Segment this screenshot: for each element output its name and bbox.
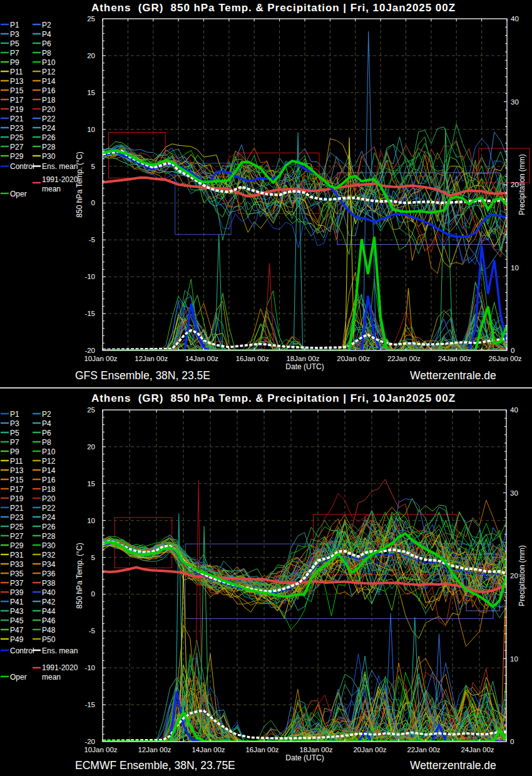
svg-text:P19: P19 [10,105,24,114]
svg-text:P23: P23 [10,513,24,522]
svg-text:P27: P27 [10,143,24,151]
svg-text:Precipitation (mm): Precipitation (mm) [518,154,526,215]
svg-text:P20: P20 [42,494,56,503]
svg-text:P5: P5 [10,39,19,48]
svg-text:40: 40 [511,15,519,23]
svg-text:16Jan 00z: 16Jan 00z [236,355,269,362]
svg-text:40: 40 [510,406,518,414]
svg-text:24Jan 00z: 24Jan 00z [438,355,471,362]
svg-text:P13: P13 [10,77,24,86]
svg-text:12Jan 00z: 12Jan 00z [135,355,168,362]
svg-text:Control: Control [10,646,34,655]
svg-text:16Jan 00z: 16Jan 00z [245,746,279,753]
svg-text:mean: mean [42,673,61,682]
svg-text:P13: P13 [10,466,24,475]
svg-text:P8: P8 [42,49,51,58]
svg-text:P39: P39 [10,588,24,597]
svg-text:850 hPa Temp. (°C): 850 hPa Temp. (°C) [75,543,84,608]
svg-text:P20: P20 [42,105,56,114]
svg-text:12Jan 00z: 12Jan 00z [138,746,171,753]
svg-text:P45: P45 [10,616,24,625]
svg-text:5: 5 [91,163,95,170]
svg-text:P3: P3 [10,30,19,39]
svg-text:P24: P24 [42,513,56,522]
svg-text:P15: P15 [10,476,24,484]
svg-text:30: 30 [511,98,519,106]
svg-text:1991-2020: 1991-2020 [42,175,78,184]
svg-text:P1: P1 [10,410,19,419]
svg-text:P34: P34 [42,560,56,569]
svg-text:Wetterzentrale.de: Wetterzentrale.de [410,369,496,382]
svg-text:P46: P46 [42,616,56,625]
svg-text:P10: P10 [42,447,56,456]
svg-text:P26: P26 [42,133,56,142]
svg-text:P29: P29 [10,541,24,550]
svg-text:P29: P29 [10,152,24,161]
svg-text:P18: P18 [42,485,56,494]
svg-text:P23: P23 [10,124,24,133]
svg-text:10Jan 00z: 10Jan 00z [84,355,117,362]
svg-text:GFS Ensemble, 38N, 23.5E: GFS Ensemble, 38N, 23.5E [75,369,210,382]
svg-text:20: 20 [87,443,95,451]
svg-text:P9: P9 [10,447,19,456]
svg-text:P11: P11 [10,68,23,76]
svg-text:5: 5 [91,554,95,561]
svg-text:20: 20 [510,572,518,579]
svg-text:P14: P14 [42,466,56,475]
svg-text:P37: P37 [10,579,24,588]
svg-text:P7: P7 [10,49,19,58]
svg-text:P12: P12 [42,68,56,76]
svg-text:P1: P1 [10,21,19,29]
svg-text:24Jan 00z: 24Jan 00z [461,746,494,753]
svg-text:P50: P50 [42,635,56,644]
svg-text:P4: P4 [42,419,51,428]
svg-text:P40: P40 [42,588,56,597]
svg-text:P27: P27 [10,532,24,541]
svg-text:P11: P11 [10,457,23,466]
svg-text:0: 0 [91,199,95,207]
svg-text:P38: P38 [42,579,56,588]
svg-text:P26: P26 [42,523,56,531]
svg-text:P22: P22 [42,504,56,513]
svg-text:P35: P35 [10,569,24,578]
svg-text:P48: P48 [42,626,56,635]
svg-text:P30: P30 [42,152,56,161]
svg-text:Athens (GR) 850 hPa Temp. &: Athens (GR) 850 hPa Temp. & Precipitatio… [91,392,456,404]
svg-text:Wetterzentrale.de: Wetterzentrale.de [410,759,496,772]
svg-text:Date (UTC): Date (UTC) [285,753,324,762]
svg-text:15: 15 [87,89,95,96]
svg-text:Athens (GR) 850 hPa Temp. &: Athens (GR) 850 hPa Temp. & Precipitatio… [91,2,456,14]
svg-text:Ens. mean: Ens. mean [42,162,78,171]
svg-text:P24: P24 [42,124,56,133]
svg-text:-20: -20 [84,738,95,745]
svg-text:P28: P28 [42,532,56,541]
svg-text:25: 25 [87,15,95,23]
svg-text:P36: P36 [42,569,56,578]
svg-text:26Jan 00z: 26Jan 00z [488,355,521,362]
svg-text:10: 10 [87,126,95,133]
svg-text:P16: P16 [42,476,56,484]
svg-text:P41: P41 [10,598,24,606]
svg-text:P30: P30 [42,541,56,550]
svg-text:0: 0 [510,738,514,745]
svg-text:P49: P49 [10,635,24,644]
svg-text:0: 0 [511,347,514,354]
svg-text:P2: P2 [42,410,51,419]
svg-text:P42: P42 [42,598,56,606]
svg-text:14Jan 00z: 14Jan 00z [192,746,225,753]
svg-text:P25: P25 [10,523,24,531]
svg-text:P33: P33 [10,560,24,569]
svg-text:15: 15 [87,480,95,488]
svg-text:P17: P17 [10,485,24,494]
svg-text:P25: P25 [10,133,24,142]
svg-text:Oper: Oper [10,190,27,198]
svg-text:Oper: Oper [10,673,27,682]
svg-text:P3: P3 [10,419,19,428]
svg-text:18Jan 00z: 18Jan 00z [299,746,332,753]
svg-text:P16: P16 [42,86,56,95]
svg-text:22Jan 00z: 22Jan 00z [387,355,421,362]
svg-text:20: 20 [87,52,95,59]
svg-text:P18: P18 [42,96,56,105]
svg-text:P15: P15 [10,86,24,95]
svg-text:-20: -20 [84,347,95,354]
